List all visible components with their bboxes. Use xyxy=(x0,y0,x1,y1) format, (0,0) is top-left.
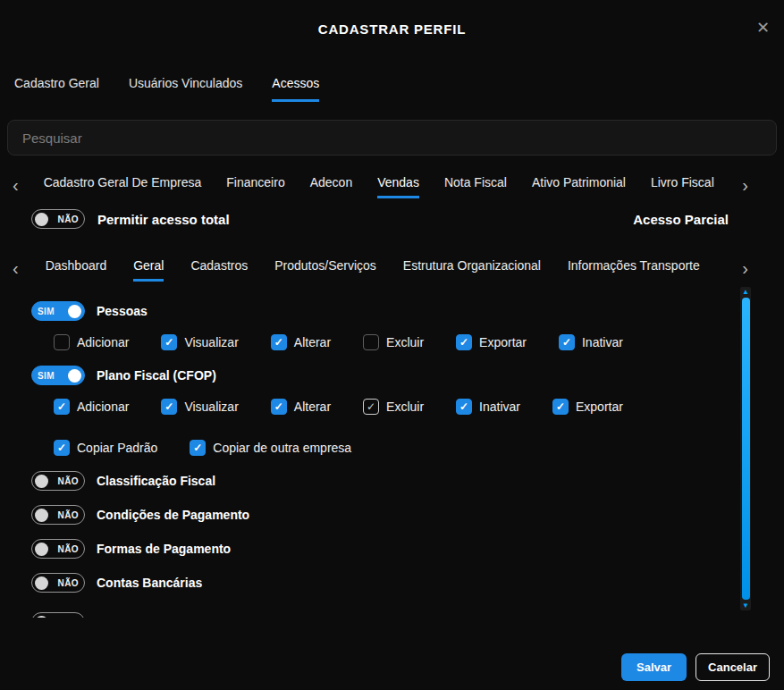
toggle-knob xyxy=(35,616,48,618)
checkbox-label: Visualizar xyxy=(184,335,238,349)
checkbox-label: Inativar xyxy=(582,335,623,349)
checkbox-icon: ✓ xyxy=(54,440,70,456)
checkbox-label: Visualizar xyxy=(184,400,238,414)
plano-fiscal-actions-row: ✓ Adicionar ✓ Visualizar ✓ Alterar ✓ Exc… xyxy=(54,398,735,416)
checkbox-icon: ✓ xyxy=(271,334,287,350)
checkbox-icon: ✓ xyxy=(552,399,569,415)
chevron-left-icon[interactable]: ‹ xyxy=(13,179,19,198)
permission-group-label: Contas Bancárias xyxy=(97,576,202,590)
plano-fiscal-toggle[interactable]: SIM xyxy=(31,366,85,385)
toggle-state-label: NÃO xyxy=(55,578,81,588)
formas-pagamento-toggle[interactable]: NÃO xyxy=(31,539,85,559)
checkbox-exportar[interactable]: ✓ Exportar xyxy=(552,399,623,415)
cancel-button[interactable]: Cancelar xyxy=(695,653,770,681)
checkbox-label: Inativar xyxy=(479,400,520,414)
checkbox-adicionar[interactable]: ✓ Adicionar xyxy=(54,399,129,415)
permission-group-contas-bancarias: NÃO Contas Bancárias xyxy=(31,573,735,593)
scroll-up-icon[interactable]: ▲ xyxy=(742,287,749,297)
modal-title: CADASTRAR PERFIL xyxy=(0,21,784,37)
checkbox-copiar-de-outra-empresa[interactable]: ✓ Copiar de outra empresa xyxy=(190,440,351,456)
permission-group-label: Plano Fiscal (CFOP) xyxy=(97,368,216,383)
checkbox-label: Copiar Padrão xyxy=(77,441,157,455)
checkbox-alterar[interactable]: ✓ Alterar xyxy=(271,399,331,415)
access-mode-label: Acesso Parcial xyxy=(633,212,729,227)
tab-cadastro-geral[interactable]: Cadastro Geral xyxy=(14,76,99,102)
search-bar xyxy=(0,120,784,156)
section-tab-informacoes-transporte[interactable]: Informações Transporte xyxy=(568,258,700,282)
module-tab-vendas[interactable]: Vendas xyxy=(377,175,419,198)
module-tab-nota-fiscal[interactable]: Nota Fiscal xyxy=(444,175,507,198)
checkbox-inativar[interactable]: ✓ Inativar xyxy=(559,334,623,350)
checkbox-label: Copiar de outra empresa xyxy=(213,441,351,455)
checkbox-excluir[interactable]: ✓ Excluir xyxy=(363,334,424,350)
module-tab-strip: ‹ Cadastro Geral De Empresa Financeiro A… xyxy=(0,175,784,198)
checkbox-icon: ✓ xyxy=(271,399,287,415)
checkbox-icon: ✓ xyxy=(190,440,206,456)
checkbox-label: Excluir xyxy=(386,335,424,349)
save-button[interactable]: Salvar xyxy=(621,653,687,681)
module-tab-cadastro-geral-de-empresa[interactable]: Cadastro Geral De Empresa xyxy=(44,175,202,198)
module-tab-financeiro[interactable]: Financeiro xyxy=(226,175,284,198)
toggle-state-label: SIM xyxy=(35,307,57,316)
toggle-knob xyxy=(68,369,81,383)
scrollbar-thumb[interactable] xyxy=(742,298,750,600)
chevron-right-icon[interactable]: › xyxy=(742,179,748,198)
toggle-knob xyxy=(35,576,48,590)
checkbox-copiar-padrao[interactable]: ✓ Copiar Padrão xyxy=(54,440,157,456)
module-tab-adecon[interactable]: Adecon xyxy=(310,175,352,198)
checkbox-exportar[interactable]: ✓ Exportar xyxy=(456,334,527,350)
checkbox-label: Exportar xyxy=(576,400,623,414)
toggle-knob xyxy=(35,543,48,556)
tab-acessos[interactable]: Acessos xyxy=(272,76,319,102)
permitir-acesso-total-toggle[interactable]: NÃO xyxy=(31,209,85,229)
checkbox-icon: ✓ xyxy=(363,399,379,415)
toggle-state-label: NÃO xyxy=(55,544,81,554)
section-tab-cadastros[interactable]: Cadastros xyxy=(190,258,248,282)
main-tabs: Cadastro Geral Usuários Vinculados Acess… xyxy=(0,76,784,102)
checkbox-adicionar[interactable]: ✓ Adicionar xyxy=(54,334,129,350)
close-icon[interactable]: ✕ xyxy=(756,20,770,36)
condicoes-pagamento-toggle[interactable]: NÃO xyxy=(31,505,85,525)
checkbox-visualizar[interactable]: ✓ Visualizar xyxy=(161,334,238,350)
checkbox-label: Alterar xyxy=(294,335,331,349)
permission-group-label: Condições de Pagamento xyxy=(97,508,249,522)
permission-group-label: Pessoas xyxy=(97,304,148,318)
scrollbar[interactable]: ▲ ▼ xyxy=(740,287,751,610)
section-tab-geral[interactable]: Geral xyxy=(133,258,164,282)
checkbox-icon: ✓ xyxy=(54,399,70,415)
checkbox-visualizar[interactable]: ✓ Visualizar xyxy=(161,399,238,415)
toggle-knob xyxy=(68,305,81,318)
module-tab-livro-fiscal[interactable]: Livro Fiscal xyxy=(651,175,714,198)
section-tab-estrutura-organizacional[interactable]: Estrutura Organizacional xyxy=(403,258,541,282)
section-tab-dashboard[interactable]: Dashboard xyxy=(46,258,107,282)
toggle-state-label: NÃO xyxy=(55,476,81,486)
scroll-down-icon[interactable]: ▼ xyxy=(742,601,749,610)
contas-bancarias-toggle[interactable]: NÃO xyxy=(31,573,85,593)
toggle-knob xyxy=(35,213,48,226)
partial-toggle[interactable] xyxy=(31,612,85,618)
permitir-acesso-total-label: Permitir acesso total xyxy=(97,212,230,227)
checkbox-label: Exportar xyxy=(479,335,527,349)
pessoas-toggle[interactable]: SIM xyxy=(31,301,85,321)
classificacao-fiscal-toggle[interactable]: NÃO xyxy=(31,471,85,491)
checkbox-excluir[interactable]: ✓ Excluir xyxy=(363,399,424,415)
toggle-state-label: NÃO xyxy=(55,215,81,224)
search-input[interactable] xyxy=(7,120,777,156)
checkbox-icon: ✓ xyxy=(456,334,472,350)
chevron-left-icon[interactable]: ‹ xyxy=(13,262,19,282)
checkbox-label: Excluir xyxy=(386,400,424,414)
checkbox-label: Adicionar xyxy=(77,400,129,414)
module-tab-ativo-patrimonial[interactable]: Ativo Patrimonial xyxy=(532,175,626,198)
permissions-list: SIM Pessoas ✓ Adicionar ✓ Visualizar ✓ A… xyxy=(0,283,784,618)
checkbox-alterar[interactable]: ✓ Alterar xyxy=(271,334,331,350)
permission-group-condicoes-pagamento: NÃO Condições de Pagamento xyxy=(31,505,735,525)
permission-group-plano-fiscal: SIM Plano Fiscal (CFOP) xyxy=(31,366,735,385)
tab-usuarios-vinculados[interactable]: Usuários Vinculados xyxy=(129,76,242,102)
plano-fiscal-extra-actions-row: ✓ Copiar Padrão ✓ Copiar de outra empres… xyxy=(54,439,735,457)
permission-group-classificacao-fiscal: NÃO Classificação Fiscal xyxy=(31,471,735,491)
checkbox-inativar[interactable]: ✓ Inativar xyxy=(456,399,520,415)
chevron-right-icon[interactable]: › xyxy=(742,262,748,282)
checkbox-label: Alterar xyxy=(294,400,331,414)
section-tab-produtos-servicos[interactable]: Produtos/Serviços xyxy=(274,258,376,282)
modal-footer: Salvar Cancelar xyxy=(621,653,770,681)
